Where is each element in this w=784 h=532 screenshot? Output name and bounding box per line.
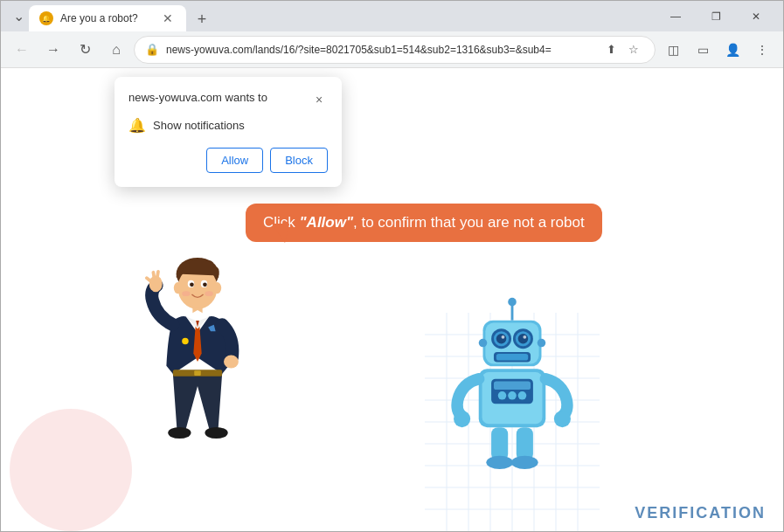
svg-point-53	[523, 335, 526, 339]
svg-line-33	[157, 272, 158, 277]
svg-point-41	[182, 338, 189, 345]
close-icon	[752, 10, 760, 23]
svg-point-62	[498, 391, 507, 400]
address-actions: ⬆ ☆	[600, 39, 644, 60]
tab-strip: 🔔 Are you a robot? ✕ +	[29, 1, 649, 31]
lock-icon: 🔒	[145, 43, 159, 56]
toolbar: ← → ↻ ⌂ 🔒 news-yowuva.com/lands/16/?site…	[1, 31, 783, 68]
svg-point-24	[174, 282, 182, 294]
person-bg-circle	[10, 409, 132, 531]
speech-allow: "Allow"	[300, 214, 353, 231]
menu-button[interactable]: ⋮	[748, 36, 776, 64]
svg-point-57	[538, 339, 546, 348]
notification-popup: news-yowuva.com wants to × 🔔 Show notifi…	[114, 77, 342, 187]
svg-point-63	[508, 391, 517, 400]
svg-point-66	[554, 411, 571, 427]
svg-point-37	[205, 427, 227, 439]
restore-icon	[711, 10, 721, 23]
svg-rect-67	[491, 427, 508, 460]
person-svg	[128, 243, 267, 505]
restore-button[interactable]	[696, 1, 736, 31]
svg-point-31	[149, 276, 163, 293]
window-controls	[656, 1, 776, 31]
svg-rect-61	[494, 382, 531, 390]
svg-point-65	[454, 411, 470, 427]
notification-label: Show notifications	[153, 119, 245, 132]
extensions-button[interactable]: ◫	[659, 36, 687, 64]
address-bar[interactable]: 🔒 news-yowuva.com/lands/16/?site=8021705…	[134, 36, 656, 64]
svg-point-56	[479, 339, 488, 348]
share-button[interactable]: ⬆	[600, 39, 621, 60]
back-button[interactable]: ←	[8, 36, 36, 64]
active-tab[interactable]: 🔔 Are you a robot? ✕	[29, 5, 186, 31]
person-character	[128, 243, 267, 505]
robot-character	[442, 295, 582, 487]
svg-line-34	[147, 278, 150, 280]
popup-actions: Allow Block	[128, 148, 328, 173]
svg-point-70	[511, 456, 538, 469]
svg-point-50	[496, 334, 506, 343]
tab-title: Are you a robot?	[60, 12, 153, 24]
minimize-button[interactable]	[656, 1, 696, 31]
bookmark-button[interactable]: ☆	[623, 39, 644, 60]
allow-button[interactable]: Allow	[206, 148, 263, 173]
minimize-icon	[670, 10, 681, 23]
svg-point-69	[486, 456, 513, 469]
page-body: news-yowuva.com wants to × 🔔 Show notifi…	[1, 68, 783, 531]
svg-rect-55	[496, 354, 528, 361]
tab-close-button[interactable]: ✕	[160, 10, 176, 26]
speech-post: , to confirm that you are not a robot	[353, 214, 585, 231]
browser-window: ⌄ 🔔 Are you a robot? ✕ + ← → ↻ ⌂ 🔒 news-…	[0, 0, 784, 532]
home-button[interactable]: ⌂	[102, 36, 130, 64]
split-view-button[interactable]: ▭	[689, 36, 717, 64]
toolbar-right: ◫ ▭ 👤 ⋮	[659, 36, 776, 64]
speech-bubble: Click "Allow", to confirm that you are n…	[246, 204, 602, 242]
svg-rect-39	[194, 370, 201, 376]
svg-point-64	[518, 391, 527, 400]
svg-point-22	[182, 291, 190, 296]
verification-text: VERIFICATION	[635, 504, 766, 522]
tab-strip-chevron[interactable]: ⌄	[8, 4, 29, 29]
tab-favicon: 🔔	[39, 11, 53, 25]
bell-icon: 🔔	[128, 117, 146, 134]
title-bar: ⌄ 🔔 Are you a robot? ✕ +	[1, 1, 783, 31]
svg-point-21	[203, 282, 207, 287]
svg-point-35	[224, 355, 239, 368]
speech-pre: Click	[263, 214, 300, 231]
robot-svg	[442, 295, 582, 487]
profile-button[interactable]: 👤	[718, 36, 746, 64]
svg-point-43	[508, 298, 517, 307]
forward-button[interactable]: →	[39, 36, 67, 64]
svg-point-51	[518, 334, 528, 343]
svg-point-25	[213, 282, 221, 294]
new-tab-button[interactable]: +	[190, 7, 214, 31]
svg-point-23	[205, 291, 212, 296]
content-area: news-yowuva.com wants to × 🔔 Show notifi…	[1, 68, 783, 531]
popup-header: news-yowuva.com wants to ×	[128, 91, 328, 108]
address-text: news-yowuva.com/lands/16/?site=8021705&s…	[166, 44, 593, 56]
reload-button[interactable]: ↻	[71, 36, 99, 64]
svg-point-20	[190, 282, 194, 287]
popup-title: news-yowuva.com wants to	[128, 91, 267, 104]
close-button[interactable]	[736, 1, 776, 31]
svg-line-32	[153, 273, 154, 278]
popup-close-button[interactable]: ×	[310, 91, 328, 108]
popup-notification-row: 🔔 Show notifications	[128, 117, 328, 134]
svg-point-36	[168, 427, 191, 439]
svg-point-52	[502, 335, 505, 339]
block-button[interactable]: Block	[270, 148, 328, 173]
svg-rect-68	[517, 427, 533, 460]
